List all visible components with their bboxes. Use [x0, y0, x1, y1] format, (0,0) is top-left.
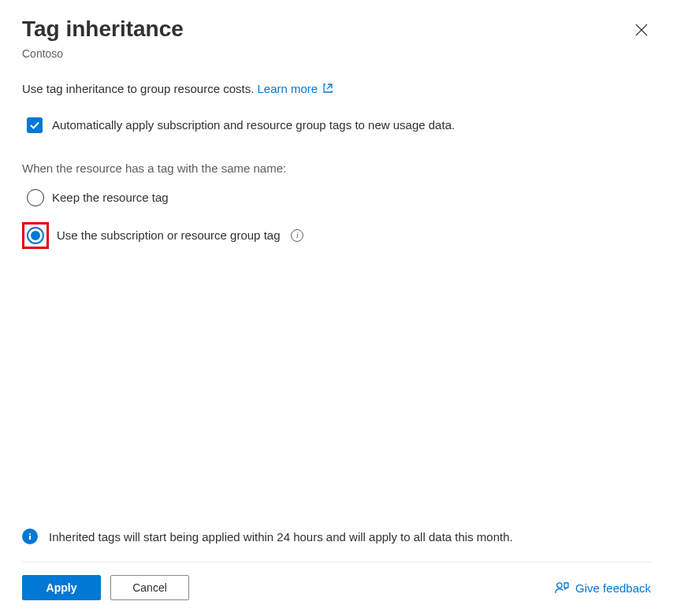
cancel-button[interactable]: Cancel	[110, 575, 189, 600]
close-icon	[635, 24, 648, 36]
info-icon[interactable]: i	[291, 229, 303, 242]
info-circle-icon	[22, 529, 38, 544]
close-button[interactable]	[632, 20, 651, 42]
info-banner-text: Inherited tags will start being applied …	[49, 530, 513, 544]
radio-section-label: When the resource has a tag with the sam…	[22, 161, 651, 175]
footer: Apply Cancel Give feedback	[22, 575, 651, 600]
description-text: Use tag inheritance to group resource co…	[22, 82, 651, 95]
radio-button-keep[interactable]	[27, 189, 44, 206]
auto-apply-label: Automatically apply subscription and res…	[52, 118, 455, 132]
footer-separator	[22, 562, 651, 562]
give-feedback-link[interactable]: Give feedback	[555, 581, 651, 595]
svg-point-2	[557, 583, 562, 588]
page-subtitle: Contoso	[22, 47, 651, 60]
checkmark-icon	[29, 120, 40, 131]
info-banner: Inherited tags will start being applied …	[22, 525, 651, 547]
radio-inner-dot	[31, 231, 40, 240]
external-link-icon	[322, 83, 333, 94]
learn-more-link[interactable]: Learn more	[258, 82, 334, 95]
auto-apply-checkbox[interactable]	[27, 117, 43, 133]
radio-use-subscription-tag[interactable]: Use the subscription or resource group t…	[22, 222, 651, 249]
page-title: Tag inheritance	[22, 16, 184, 43]
radio-label-keep: Keep the resource tag	[52, 191, 169, 204]
feedback-icon	[555, 581, 569, 595]
radio-button-use-subscription[interactable]	[27, 227, 44, 244]
svg-rect-1	[29, 536, 31, 540]
radio-keep-resource-tag[interactable]: Keep the resource tag	[27, 189, 651, 206]
auto-apply-checkbox-row[interactable]: Automatically apply subscription and res…	[27, 117, 651, 133]
svg-point-0	[29, 533, 31, 535]
radio-label-use-subscription: Use the subscription or resource group t…	[57, 228, 280, 242]
highlight-box	[22, 222, 49, 249]
apply-button[interactable]: Apply	[22, 575, 101, 600]
